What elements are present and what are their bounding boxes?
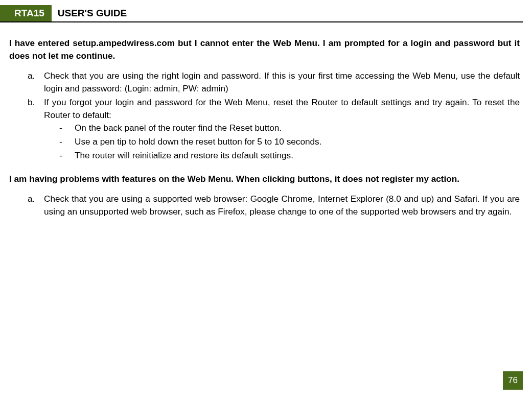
list-item: Check that you are using the right login…	[28, 69, 520, 95]
sub-list: On the back panel of the router find the…	[44, 122, 520, 162]
faq-question-2: I am having problems with features on th…	[9, 173, 520, 185]
page-number: 76	[503, 371, 523, 390]
list-item: The router will reinitialize and restore…	[59, 149, 520, 162]
list-item: On the back panel of the router find the…	[59, 122, 520, 134]
list-item: Check that you are using a supported web…	[28, 193, 520, 218]
list-item: Use a pen tip to hold down the reset but…	[59, 135, 520, 148]
document-header: RTA15 USER'S GUIDE	[0, 5, 523, 22]
faq-answer-list-2: Check that you are using a supported web…	[9, 193, 520, 218]
list-item: If you forgot your login and password fo…	[28, 96, 520, 162]
faq-answer-list-1: Check that you are using the right login…	[9, 69, 520, 162]
faq-question-1: I have entered setup.ampedwiress.com but…	[9, 37, 520, 62]
header-badge: RTA15	[9, 5, 52, 21]
list-item-text: If you forgot your login and password fo…	[44, 97, 520, 120]
header-title: USER'S GUIDE	[52, 5, 132, 21]
header-accent	[0, 5, 9, 21]
document-content: I have entered setup.ampedwiress.com but…	[0, 22, 532, 218]
